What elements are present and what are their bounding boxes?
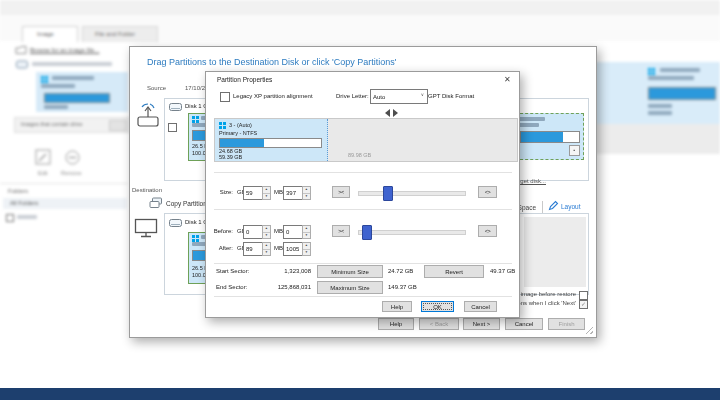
bg-right-gray-band <box>592 124 720 154</box>
pp-help-button[interactable]: Help <box>382 301 412 312</box>
partition-segment[interactable]: 3 - (Auto) Primary - NTFS 24.68 GB 59.39… <box>215 119 328 161</box>
divider <box>214 172 512 173</box>
copy-on-next-checkbox[interactable]: ✓ <box>579 300 588 309</box>
browse-folder-icon <box>15 45 27 55</box>
tab-image[interactable]: Image <box>22 26 78 42</box>
spinner-down-icon: ▾ <box>263 233 270 239</box>
windows-logo-icon <box>648 68 655 75</box>
tile-usage-bar <box>520 131 580 143</box>
wizard-finish-button[interactable]: Finish <box>548 318 585 330</box>
partition-map: 3 - (Auto) Primary - NTFS 24.68 GB 59.39… <box>214 118 518 162</box>
partition-type-text <box>41 84 75 88</box>
pp-ok-button[interactable]: OK <box>421 301 454 312</box>
size-slider-thumb[interactable] <box>383 186 393 201</box>
before-shrink-button[interactable]: >< <box>332 225 350 237</box>
selected-target-partition-tile[interactable]: ▪ <box>515 113 584 160</box>
copy-partitions-link[interactable]: Copy Partitions <box>166 200 210 207</box>
maximum-size-button[interactable]: Maximum Size <box>317 281 383 294</box>
source-partition-checkbox[interactable] <box>168 123 177 132</box>
chevron-down-icon: ∨ <box>421 92 424 97</box>
resize-grip-icon[interactable] <box>585 326 593 334</box>
legacy-alignment-checkbox[interactable] <box>220 92 230 102</box>
layout-toggle[interactable]: Layout <box>561 203 581 210</box>
dialog-title: Partition Properties <box>217 76 272 83</box>
revert-button[interactable]: Revert <box>424 265 484 278</box>
app-window: Image File and Folder Browse for an imag… <box>0 0 720 400</box>
shrink-icon: >< <box>338 189 343 195</box>
filter-bar-label: Images that contain drive <box>21 121 82 127</box>
before-gb-stepper[interactable]: ▴▾ <box>262 225 271 239</box>
divider <box>542 201 543 213</box>
monitor-icon <box>134 218 158 238</box>
partition-name-text <box>52 76 94 80</box>
disk-drive-icon <box>169 218 182 228</box>
tile-options-button[interactable]: ▪ <box>569 145 580 156</box>
close-icon[interactable]: ✕ <box>504 75 511 84</box>
browse-image-link[interactable]: Browse for an image file... <box>30 47 99 54</box>
filter-dropdown-button[interactable] <box>109 120 127 131</box>
spinner-down-icon: ▾ <box>303 250 310 256</box>
wizard-back-button[interactable]: < Back <box>419 318 459 330</box>
after-gb-stepper[interactable]: ▴▾ <box>262 242 271 256</box>
grow-icon: <> <box>485 189 490 195</box>
bg-partition-size-text <box>648 111 672 115</box>
grow-icon: <> <box>485 228 490 234</box>
source-label: Source <box>147 85 166 92</box>
destination-label: Destination <box>132 187 162 194</box>
drive-letter-select[interactable]: Auto ∨ <box>370 89 428 104</box>
partition-usage-bar <box>44 93 110 103</box>
wizard-help-button[interactable]: Help <box>378 318 414 330</box>
disk-row-text <box>32 62 112 66</box>
size-mb-stepper[interactable]: ▴▾ <box>302 186 311 200</box>
selected-partition-row[interactable] <box>36 72 128 112</box>
before-gb-value: 0 <box>246 229 249 235</box>
spinner-down-icon: ▾ <box>303 233 310 239</box>
disk-drive-icon <box>169 102 182 112</box>
wizard-cancel-button[interactable]: Cancel <box>505 318 543 330</box>
after-mb-stepper[interactable]: ▴▾ <box>302 242 311 256</box>
remove-icon[interactable] <box>64 149 81 166</box>
start-sector-label: Start Sector: <box>216 268 249 275</box>
windows-logo-icon <box>41 76 48 83</box>
folders-item-all[interactable]: All Folders <box>3 198 127 209</box>
revert-value: 49.37 GB <box>490 268 515 275</box>
disk-row-icon <box>16 60 28 69</box>
end-sector-label: End Sector: <box>216 284 247 291</box>
minimum-size-value: 24.72 GB <box>388 268 413 275</box>
wizard-next-button[interactable]: Next > <box>463 318 500 330</box>
size-shrink-button[interactable]: >< <box>332 186 350 198</box>
wizard-title: Drag Partitions to the Destination Disk … <box>147 57 397 67</box>
before-grow-button[interactable]: <> <box>478 225 497 237</box>
bg-checkbox[interactable] <box>6 214 14 222</box>
bg-partition-type-text <box>648 76 694 80</box>
tile-type-text <box>519 123 539 127</box>
titlebar-strip <box>0 0 720 15</box>
size-grow-button[interactable]: <> <box>478 186 497 198</box>
size-mb-label: MB <box>274 189 283 196</box>
size-gb-value: 59 <box>246 190 253 196</box>
edit-icon[interactable] <box>35 149 52 166</box>
before-slider-thumb[interactable] <box>362 225 372 240</box>
bg-right-selected-row[interactable] <box>592 62 720 124</box>
spinner-down-icon: ▾ <box>303 194 310 200</box>
tab-image-label: Image <box>37 31 54 38</box>
folders-item-label: All Folders <box>10 200 38 207</box>
check-icon: ✓ <box>581 301 586 307</box>
folders-header: Folders <box>8 188 28 195</box>
after-mb-label: MB <box>274 245 283 252</box>
tab-file-and-folder-label: File and Folder <box>95 31 135 38</box>
spinner-down-icon: ▾ <box>263 194 270 200</box>
divider <box>214 263 512 264</box>
before-mb-stepper[interactable]: ▴▾ <box>302 225 311 239</box>
minimum-size-button[interactable]: Minimum Size <box>317 265 383 278</box>
partition-size: 59.39 GB <box>219 154 242 160</box>
size-gb-stepper[interactable]: ▴▾ <box>262 186 271 200</box>
verify-image-checkbox[interactable] <box>579 291 588 300</box>
tile-name-text <box>519 117 545 121</box>
size-slider-track[interactable] <box>358 191 466 196</box>
tab-file-and-folder[interactable]: File and Folder <box>82 26 158 42</box>
before-slider-track[interactable] <box>358 230 466 235</box>
pp-cancel-button[interactable]: Cancel <box>464 301 497 312</box>
bg-partition-size-text <box>648 104 672 108</box>
partition-usage-bar <box>219 138 322 148</box>
